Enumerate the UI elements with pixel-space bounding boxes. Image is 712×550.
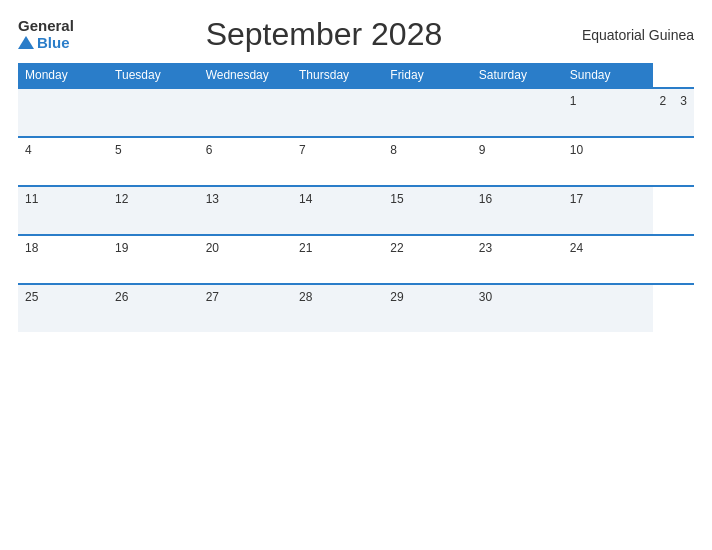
- calendar-day-cell: 8: [383, 137, 472, 186]
- calendar-day-cell: 6: [199, 137, 292, 186]
- calendar-day-cell: 18: [18, 235, 108, 284]
- calendar-day-cell: 29: [383, 284, 472, 332]
- day-number: 19: [115, 241, 128, 255]
- calendar-day-cell: [199, 88, 292, 137]
- col-sunday: Sunday: [563, 63, 653, 88]
- day-number: 12: [115, 192, 128, 206]
- day-number: 24: [570, 241, 583, 255]
- calendar-table: Monday Tuesday Wednesday Thursday Friday…: [18, 63, 694, 332]
- day-number: 8: [390, 143, 397, 157]
- calendar-day-cell: [563, 284, 653, 332]
- calendar-day-cell: 10: [563, 137, 653, 186]
- calendar-day-cell: 9: [472, 137, 563, 186]
- calendar-day-cell: [472, 88, 563, 137]
- col-saturday: Saturday: [472, 63, 563, 88]
- day-number: 28: [299, 290, 312, 304]
- calendar-day-cell: 14: [292, 186, 383, 235]
- calendar-day-cell: 13: [199, 186, 292, 235]
- calendar-day-cell: 26: [108, 284, 199, 332]
- calendar-day-cell: 21: [292, 235, 383, 284]
- logo: General Blue: [18, 18, 74, 51]
- calendar-header: General Blue September 2028 Equatorial G…: [18, 16, 694, 53]
- calendar-week-row: 123: [18, 88, 694, 137]
- calendar-week-row: 11121314151617: [18, 186, 694, 235]
- calendar-title: September 2028: [74, 16, 574, 53]
- calendar-day-cell: 22: [383, 235, 472, 284]
- calendar-header-row: Monday Tuesday Wednesday Thursday Friday…: [18, 63, 694, 88]
- calendar-day-cell: 20: [199, 235, 292, 284]
- calendar-day-cell: [18, 88, 108, 137]
- calendar-body: 1234567891011121314151617181920212223242…: [18, 88, 694, 332]
- day-number: 5: [115, 143, 122, 157]
- day-number: 13: [206, 192, 219, 206]
- col-tuesday: Tuesday: [108, 63, 199, 88]
- day-number: 30: [479, 290, 492, 304]
- calendar-week-row: 252627282930: [18, 284, 694, 332]
- calendar-day-cell: 1: [563, 88, 653, 137]
- day-number: 7: [299, 143, 306, 157]
- calendar-day-cell: 4: [18, 137, 108, 186]
- calendar-page: General Blue September 2028 Equatorial G…: [0, 0, 712, 550]
- day-number: 9: [479, 143, 486, 157]
- calendar-day-cell: 15: [383, 186, 472, 235]
- day-number: 27: [206, 290, 219, 304]
- day-number: 10: [570, 143, 583, 157]
- col-wednesday: Wednesday: [199, 63, 292, 88]
- day-number: 22: [390, 241, 403, 255]
- calendar-day-cell: 3: [673, 88, 694, 137]
- day-number: 6: [206, 143, 213, 157]
- country-label: Equatorial Guinea: [574, 27, 694, 43]
- calendar-day-cell: 7: [292, 137, 383, 186]
- col-friday: Friday: [383, 63, 472, 88]
- day-number: 26: [115, 290, 128, 304]
- calendar-day-cell: 19: [108, 235, 199, 284]
- calendar-day-cell: 12: [108, 186, 199, 235]
- calendar-day-cell: [383, 88, 472, 137]
- calendar-day-cell: 30: [472, 284, 563, 332]
- day-number: 11: [25, 192, 38, 206]
- logo-general-text: General: [18, 18, 74, 35]
- day-number: 29: [390, 290, 403, 304]
- day-number: 23: [479, 241, 492, 255]
- logo-triangle-icon: [18, 36, 34, 49]
- logo-blue-row: Blue: [18, 35, 70, 52]
- day-number: 17: [570, 192, 583, 206]
- day-number: 2: [660, 94, 667, 108]
- calendar-day-cell: 23: [472, 235, 563, 284]
- day-number: 20: [206, 241, 219, 255]
- calendar-day-cell: 28: [292, 284, 383, 332]
- calendar-week-row: 45678910: [18, 137, 694, 186]
- calendar-day-cell: 25: [18, 284, 108, 332]
- day-number: 18: [25, 241, 38, 255]
- day-number: 25: [25, 290, 38, 304]
- day-number: 16: [479, 192, 492, 206]
- calendar-day-cell: 11: [18, 186, 108, 235]
- col-thursday: Thursday: [292, 63, 383, 88]
- logo-blue-text: Blue: [37, 35, 70, 52]
- col-monday: Monday: [18, 63, 108, 88]
- day-number: 3: [680, 94, 687, 108]
- calendar-day-cell: [292, 88, 383, 137]
- day-number: 14: [299, 192, 312, 206]
- day-number: 21: [299, 241, 312, 255]
- calendar-day-cell: 24: [563, 235, 653, 284]
- calendar-week-row: 18192021222324: [18, 235, 694, 284]
- calendar-day-cell: 27: [199, 284, 292, 332]
- calendar-day-cell: 17: [563, 186, 653, 235]
- day-number: 1: [570, 94, 577, 108]
- day-number: 15: [390, 192, 403, 206]
- day-number: 4: [25, 143, 32, 157]
- calendar-day-cell: 2: [653, 88, 674, 137]
- calendar-day-cell: [108, 88, 199, 137]
- calendar-day-cell: 5: [108, 137, 199, 186]
- calendar-day-cell: 16: [472, 186, 563, 235]
